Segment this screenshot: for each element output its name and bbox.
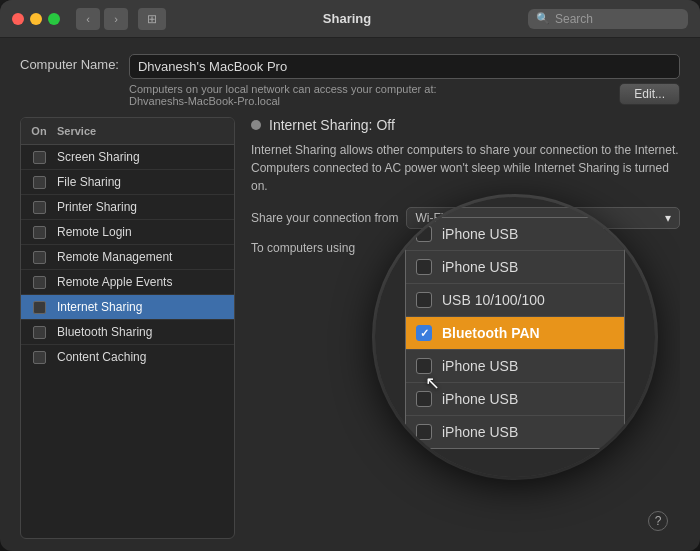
dp-text-3: Bluetooth PAN: [442, 325, 540, 341]
service-label-file-sharing: File Sharing: [57, 175, 234, 189]
checkbox-remote-management[interactable]: [21, 251, 57, 264]
service-label-remote-apple-events: Remote Apple Events: [57, 275, 234, 289]
service-header: On Service: [21, 118, 234, 145]
forward-icon: ›: [114, 13, 118, 25]
maximize-button[interactable]: [48, 13, 60, 25]
computer-name-label: Computer Name:: [20, 54, 119, 72]
service-label-screen-sharing: Screen Sharing: [57, 150, 234, 164]
dp-text-0: iPhone USB: [442, 226, 518, 242]
service-list: On Service Screen Sharing File Sharing P…: [20, 117, 235, 539]
dropdown-popup[interactable]: iPhone USB iPhone USB USB 10/100/100: [405, 217, 625, 449]
search-input[interactable]: [555, 12, 675, 26]
nav-buttons: ‹ ›: [76, 8, 128, 30]
to-computers-label: To computers using: [251, 241, 355, 255]
dropdown-item-0[interactable]: iPhone USB: [406, 218, 624, 251]
dropdown-item-3[interactable]: Bluetooth PAN: [406, 317, 624, 350]
main-panel: On Service Screen Sharing File Sharing P…: [20, 117, 680, 539]
checkbox-remote-login[interactable]: [21, 226, 57, 239]
service-item-remote-apple-events[interactable]: Remote Apple Events: [21, 270, 234, 295]
checkbox-screen-sharing[interactable]: [21, 151, 57, 164]
dp-text-4: iPhone USB: [442, 358, 518, 374]
col-service-header: Service: [57, 123, 234, 139]
computer-name-row: Computer Name: Computers on your local n…: [20, 54, 680, 107]
checkbox-content-caching[interactable]: [21, 351, 57, 364]
minimize-button[interactable]: [30, 13, 42, 25]
service-label-content-caching: Content Caching: [57, 350, 234, 364]
dropdown-item-1[interactable]: iPhone USB: [406, 251, 624, 284]
dp-checkbox-0[interactable]: [416, 226, 432, 242]
grid-button[interactable]: ⊞: [138, 8, 166, 30]
back-button[interactable]: ‹: [76, 8, 100, 30]
chevron-down-icon: ▾: [665, 211, 671, 225]
checkbox-remote-apple-events[interactable]: [21, 276, 57, 289]
service-item-internet-sharing[interactable]: Internet Sharing: [21, 295, 234, 320]
help-button[interactable]: ?: [648, 511, 668, 531]
sharing-status-row: Internet Sharing: Off: [251, 117, 680, 133]
status-dot: [251, 120, 261, 130]
service-item-content-caching[interactable]: Content Caching: [21, 345, 234, 369]
dp-checkbox-1[interactable]: [416, 259, 432, 275]
grid-icon: ⊞: [147, 12, 157, 26]
service-item-bluetooth-sharing[interactable]: Bluetooth Sharing: [21, 320, 234, 345]
computer-name-right: Computers on your local network can acce…: [129, 54, 680, 107]
share-from-label: Share your connection from: [251, 211, 398, 225]
titlebar: ‹ › ⊞ Sharing 🔍: [0, 0, 700, 38]
dp-checkbox-6[interactable]: [416, 424, 432, 440]
dp-text-6: iPhone USB: [442, 424, 518, 440]
traffic-lights: [12, 13, 60, 25]
service-label-bluetooth-sharing: Bluetooth Sharing: [57, 325, 234, 339]
cursor-arrow-icon: ↖: [425, 372, 440, 394]
service-label-printer-sharing: Printer Sharing: [57, 200, 234, 214]
service-label-remote-management: Remote Management: [57, 250, 234, 264]
search-box[interactable]: 🔍: [528, 9, 688, 29]
dp-text-1: iPhone USB: [442, 259, 518, 275]
dropdown-item-2[interactable]: USB 10/100/100: [406, 284, 624, 317]
service-label-internet-sharing: Internet Sharing: [57, 300, 234, 314]
computer-name-hint: Computers on your local network can acce…: [129, 83, 611, 107]
checkbox-file-sharing[interactable]: [21, 176, 57, 189]
edit-button[interactable]: Edit...: [619, 83, 680, 105]
window: ‹ › ⊞ Sharing 🔍 Computer Name: Computers…: [0, 0, 700, 551]
service-items: Screen Sharing File Sharing Printer Shar…: [21, 145, 234, 538]
search-icon: 🔍: [536, 12, 550, 25]
checkbox-internet-sharing[interactable]: [21, 301, 57, 314]
sharing-description: Internet Sharing allows other computers …: [251, 141, 680, 195]
dp-checkbox-2[interactable]: [416, 292, 432, 308]
service-item-file-sharing[interactable]: File Sharing: [21, 170, 234, 195]
close-button[interactable]: [12, 13, 24, 25]
forward-button[interactable]: ›: [104, 8, 128, 30]
right-panel: Internet Sharing: Off Internet Sharing a…: [235, 117, 680, 539]
content-area: Computer Name: Computers on your local n…: [0, 38, 700, 551]
service-label-remote-login: Remote Login: [57, 225, 234, 239]
dp-checkbox-3[interactable]: [416, 325, 432, 341]
status-title: Internet Sharing: Off: [269, 117, 395, 133]
service-item-remote-login[interactable]: Remote Login: [21, 220, 234, 245]
computer-name-sub-row: Computers on your local network can acce…: [129, 83, 680, 107]
checkbox-bluetooth-sharing[interactable]: [21, 326, 57, 339]
service-item-printer-sharing[interactable]: Printer Sharing: [21, 195, 234, 220]
dp-text-2: USB 10/100/100: [442, 292, 545, 308]
col-on-header: On: [21, 123, 57, 139]
dropdown-item-6[interactable]: iPhone USB: [406, 416, 624, 448]
service-item-screen-sharing[interactable]: Screen Sharing: [21, 145, 234, 170]
window-title: Sharing: [174, 11, 520, 26]
computer-name-input[interactable]: [129, 54, 680, 79]
service-item-remote-management[interactable]: Remote Management: [21, 245, 234, 270]
dp-text-5: iPhone USB: [442, 391, 518, 407]
dropdown-popup-container: iPhone USB iPhone USB USB 10/100/100: [375, 197, 655, 477]
back-icon: ‹: [86, 13, 90, 25]
checkbox-printer-sharing[interactable]: [21, 201, 57, 214]
